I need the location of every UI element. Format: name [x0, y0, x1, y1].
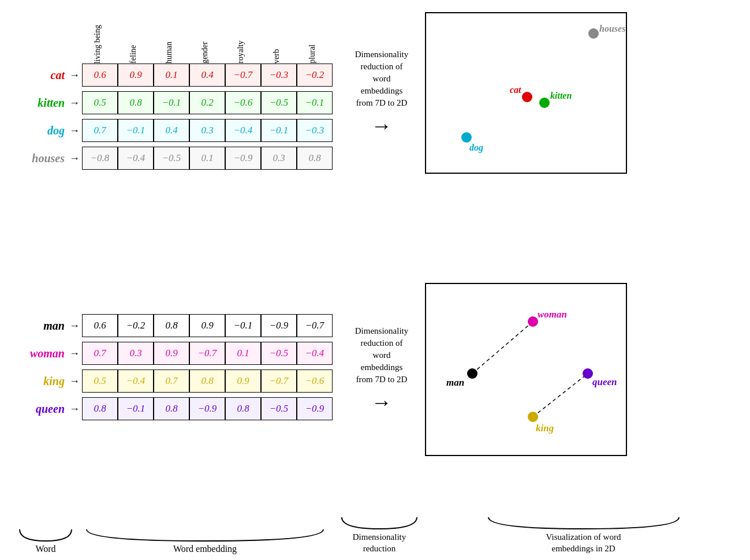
col-header-human: human [151, 12, 187, 64]
cat-cells: 0.6 0.9 0.1 0.4 −0.7 −0.3 −0.2 [82, 64, 333, 87]
dog-label: dog [12, 124, 69, 137]
kitten-cell-5: −0.5 [261, 91, 297, 114]
king-cell-5: −0.7 [261, 369, 297, 393]
woman-row: woman → 0.7 0.3 0.9 −0.7 0.1 −0.5 −0.4 [12, 342, 333, 365]
king-cells: 0.5 −0.4 0.7 0.8 0.9 −0.7 −0.6 [82, 369, 333, 393]
bottom-reduction-label: Dimensionalityreduction ofwordembeddings… [355, 325, 409, 386]
woman-cells: 0.7 0.3 0.9 −0.7 0.1 −0.5 −0.4 [82, 342, 333, 365]
queen-cell-0: 0.8 [82, 397, 118, 420]
cat-cell-6: −0.2 [297, 64, 333, 87]
kitten-arrow: → [69, 97, 80, 109]
top-reduction-label: Dimensionalityreduction ofwordembeddings… [355, 48, 409, 109]
queen-cell-3: −0.9 [189, 397, 225, 420]
houses-cell-1: −0.4 [118, 147, 154, 170]
woman-chart-label: woman [538, 309, 567, 320]
woman-dot [528, 316, 538, 327]
woman-cell-3: −0.7 [189, 342, 225, 365]
cat-cell-3: 0.4 [189, 64, 225, 87]
houses-cell-6: 0.8 [297, 147, 333, 170]
woman-label: woman [12, 347, 69, 360]
houses-cell-4: −0.9 [225, 147, 261, 170]
top-reduction-section: Dimensionalityreduction ofwordembeddings… [344, 48, 419, 138]
king-cell-4: 0.9 [225, 369, 261, 393]
top-table: living being feline human gender royalty… [12, 12, 333, 174]
col-header-royalty: royalty [223, 12, 259, 64]
woman-cell-4: 0.1 [225, 342, 261, 365]
woman-arrow: → [69, 348, 80, 360]
houses-cell-5: 0.3 [261, 147, 297, 170]
kitten-cell-4: −0.6 [225, 91, 261, 114]
kitten-label: kitten [12, 96, 69, 110]
man-arrow: → [69, 320, 80, 332]
king-arrow: → [69, 375, 80, 387]
dog-chart-label: dog [469, 143, 483, 153]
houses-label: houses [12, 152, 69, 165]
kitten-cell-1: 0.8 [118, 91, 154, 114]
queen-cells: 0.8 −0.1 0.8 −0.9 0.8 −0.5 −0.9 [82, 397, 333, 420]
woman-cell-1: 0.3 [118, 342, 154, 365]
kitten-dot [539, 98, 550, 108]
dog-cells: 0.7 −0.1 0.4 0.3 −0.4 −0.1 −0.3 [82, 119, 333, 142]
houses-cell-3: 0.1 [189, 147, 225, 170]
king-cell-1: −0.4 [118, 369, 154, 393]
col-header-feline: feline [115, 12, 151, 64]
bottom-reduction-section: Dimensionalityreduction ofwordembeddings… [344, 325, 419, 415]
visualization-brace-label: Visualization of wordembeddings in 2D [546, 532, 621, 554]
man-cell-6: −0.7 [297, 314, 333, 337]
cat-cell-1: 0.9 [118, 64, 154, 87]
reduction-brace-svg [339, 514, 420, 531]
queen-row: queen → 0.8 −0.1 0.8 −0.9 0.8 −0.5 −0.9 [12, 397, 333, 420]
top-chart: houses cat kitten dog [425, 12, 627, 174]
cat-cell-4: −0.7 [225, 64, 261, 87]
kitten-cell-3: 0.2 [189, 91, 225, 114]
man-row: man → 0.6 −0.2 0.8 0.9 −0.1 −0.9 −0.7 [12, 314, 333, 337]
kitten-cell-0: 0.5 [82, 91, 118, 114]
cat-row: cat → 0.6 0.9 0.1 0.4 −0.7 −0.3 −0.2 [12, 64, 333, 87]
cat-arrow: → [69, 69, 80, 81]
dog-cell-2: 0.4 [154, 119, 189, 142]
man-chart-label: man [446, 377, 464, 388]
kitten-chart-label: kitten [550, 91, 572, 100]
queen-arrow: → [69, 403, 80, 415]
cat-cell-5: −0.3 [261, 64, 297, 87]
houses-dot [588, 28, 599, 39]
houses-chart-label: houses [599, 24, 625, 33]
king-cell-6: −0.6 [297, 369, 333, 393]
top-reduction-arrow: → [371, 114, 392, 138]
reduction-brace-group: Dimensionalityreduction [336, 514, 423, 554]
woman-cell-2: 0.9 [154, 342, 189, 365]
reduction-brace-label: Dimensionalityreduction [353, 532, 406, 554]
word-brace-svg [17, 527, 74, 543]
kitten-cell-2: −0.1 [154, 91, 189, 114]
word-brace-group: Word [12, 527, 80, 554]
cat-dot [522, 92, 532, 102]
dashed-line-king-queen [533, 374, 588, 417]
visualization-brace-svg [486, 514, 682, 531]
bottom-chart: man woman king queen [425, 283, 627, 456]
queen-dot [583, 368, 593, 379]
embedding-brace-label: Word embedding [173, 544, 237, 554]
dog-cell-5: −0.1 [261, 119, 297, 142]
visualization-brace-group: Visualization of wordembeddings in 2D [428, 514, 738, 554]
man-cell-5: −0.9 [261, 314, 297, 337]
houses-arrow: → [69, 152, 80, 165]
dog-row: dog → 0.7 −0.1 0.4 0.3 −0.4 −0.1 −0.3 [12, 119, 333, 142]
queen-cell-1: −0.1 [118, 397, 154, 420]
cat-cell-2: 0.1 [154, 64, 189, 87]
king-row: king → 0.5 −0.4 0.7 0.8 0.9 −0.7 −0.6 [12, 369, 333, 393]
queen-label: queen [12, 402, 69, 416]
cat-cell-0: 0.6 [82, 64, 118, 87]
dog-cell-3: 0.3 [189, 119, 225, 142]
man-dot [467, 368, 477, 379]
king-dot [528, 412, 538, 422]
houses-row: houses → −0.8 −0.4 −0.5 0.1 −0.9 0.3 0.8 [12, 147, 333, 170]
col-headers-row: living being feline human gender royalty… [80, 12, 333, 64]
queen-cell-2: 0.8 [154, 397, 189, 420]
bottom-reduction-arrow: → [371, 390, 392, 415]
dashed-line-man-woman [472, 322, 533, 374]
woman-cell-0: 0.7 [82, 342, 118, 365]
king-chart-label: king [536, 423, 554, 434]
houses-cell-0: −0.8 [82, 147, 118, 170]
word-brace-label: Word [35, 544, 55, 554]
cat-label: cat [12, 69, 69, 82]
